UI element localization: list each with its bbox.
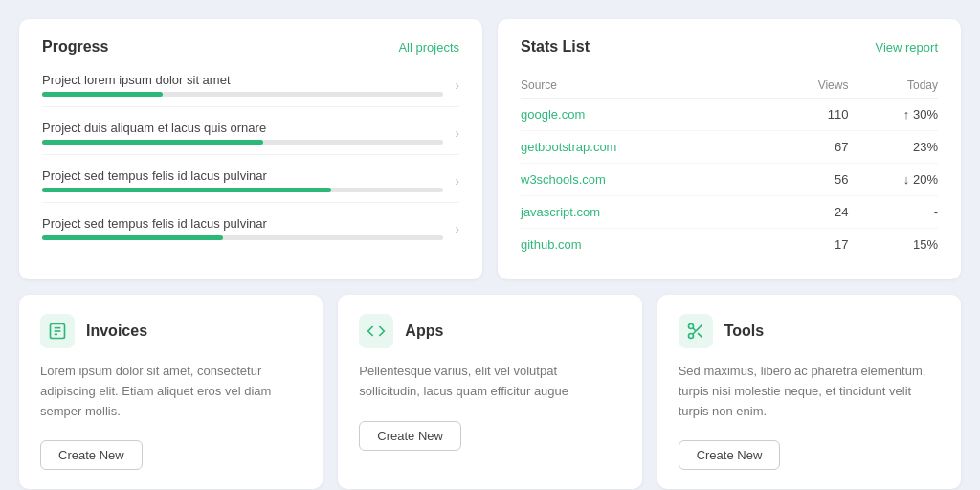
feature-icon (679, 314, 713, 348)
project-item[interactable]: Project sed tempus felis id lacus pulvin… (42, 216, 459, 250)
svg-point-4 (688, 324, 693, 329)
chevron-right-icon: › (455, 125, 459, 141)
progress-card: Progress All projects Project lorem ipsu… (19, 19, 482, 279)
project-item[interactable]: Project lorem ipsum dolor sit amet › (42, 73, 459, 107)
feature-title: Invoices (86, 323, 147, 340)
all-projects-link[interactable]: All projects (398, 40, 459, 55)
svg-line-7 (698, 333, 702, 338)
views-cell: 110 (769, 99, 848, 131)
project-name: Project lorem ipsum dolor sit amet (42, 73, 443, 87)
feature-card-tools: Tools Sed maximus, libero ac pharetra el… (657, 295, 961, 489)
feature-description: Sed maximus, libero ac pharetra elementu… (679, 362, 940, 421)
source-cell[interactable]: javascript.com (521, 196, 769, 229)
progress-title: Progress (42, 38, 108, 56)
table-row: github.com 17 15% (521, 229, 938, 261)
stats-title: Stats List (521, 38, 590, 56)
project-item[interactable]: Project duis aliquam et lacus quis ornar… (42, 121, 459, 155)
col-source: Source (521, 73, 769, 99)
feature-header: Tools (679, 314, 940, 348)
feature-icon (40, 314, 75, 348)
features-container: Invoices Lorem ipsum dolor sit amet, con… (19, 295, 961, 489)
project-name: Project duis aliquam et lacus quis ornar… (42, 121, 443, 135)
progress-bar-bg (42, 140, 443, 145)
features-row: Invoices Lorem ipsum dolor sit amet, con… (19, 295, 961, 489)
create-new-button[interactable]: Create New (40, 440, 143, 470)
svg-line-8 (692, 328, 695, 331)
progress-bar-bg (42, 188, 443, 192)
today-cell: ↓ 20% (848, 164, 938, 196)
source-cell[interactable]: github.com (521, 229, 769, 261)
feature-title: Apps (405, 323, 443, 340)
create-new-button[interactable]: Create New (679, 440, 781, 470)
feature-title: Tools (724, 323, 764, 340)
table-row: getbootstrap.com 67 23% (521, 131, 938, 164)
project-name: Project sed tempus felis id lacus pulvin… (42, 168, 443, 183)
table-row: w3schools.com 56 ↓ 20% (521, 164, 938, 196)
progress-bar-bg (42, 92, 443, 97)
today-cell: 15% (848, 229, 938, 261)
progress-bar-bg (42, 235, 443, 240)
progress-bar-fill (42, 235, 223, 240)
feature-description: Pellentesque varius, elit vel volutpat s… (359, 362, 620, 402)
today-cell: - (848, 196, 938, 229)
stats-card: Stats List View report Source Views Toda… (498, 19, 961, 279)
table-row: javascript.com 24 - (521, 196, 938, 229)
project-info: Project duis aliquam et lacus quis ornar… (42, 121, 443, 145)
col-today: Today (848, 73, 938, 99)
project-info: Project lorem ipsum dolor sit amet (42, 73, 443, 97)
col-views: Views (769, 73, 848, 99)
feature-description: Lorem ipsum dolor sit amet, consectetur … (40, 362, 301, 421)
chevron-right-icon: › (455, 221, 459, 236)
progress-bar-fill (42, 92, 163, 97)
view-report-link[interactable]: View report (875, 40, 938, 55)
svg-point-5 (688, 334, 693, 339)
progress-bar-fill (42, 140, 263, 145)
feature-header: Apps (359, 314, 620, 348)
feature-card-apps: Apps Pellentesque varius, elit vel volut… (338, 295, 641, 489)
today-cell: 23% (848, 131, 938, 164)
source-cell[interactable]: w3schools.com (521, 164, 769, 196)
feature-header: Invoices (40, 314, 301, 348)
source-cell[interactable]: google.com (521, 99, 769, 131)
create-new-button[interactable]: Create New (359, 421, 461, 451)
project-name: Project sed tempus felis id lacus pulvin… (42, 216, 443, 231)
stats-body: google.com 110 ↑ 30% getbootstrap.com 67… (521, 99, 938, 261)
source-cell[interactable]: getbootstrap.com (521, 131, 769, 164)
stats-header: Stats List View report (521, 38, 938, 56)
stats-table: Source Views Today google.com 110 ↑ 30% … (521, 73, 938, 260)
project-info: Project sed tempus felis id lacus pulvin… (42, 168, 443, 192)
progress-header: Progress All projects (42, 38, 459, 56)
feature-card-invoices: Invoices Lorem ipsum dolor sit amet, con… (19, 295, 323, 489)
views-cell: 24 (769, 196, 848, 229)
progress-bar-fill (42, 188, 331, 192)
table-row: google.com 110 ↑ 30% (521, 99, 938, 131)
projects-list: Project lorem ipsum dolor sit amet › Pro… (42, 73, 459, 250)
feature-icon (359, 314, 393, 348)
chevron-right-icon: › (455, 173, 459, 189)
today-cell: ↑ 30% (848, 99, 938, 131)
project-info: Project sed tempus felis id lacus pulvin… (42, 216, 443, 240)
views-cell: 67 (769, 131, 848, 164)
views-cell: 17 (769, 229, 848, 261)
project-item[interactable]: Project sed tempus felis id lacus pulvin… (42, 168, 459, 203)
chevron-right-icon: › (455, 78, 459, 93)
views-cell: 56 (769, 164, 848, 196)
